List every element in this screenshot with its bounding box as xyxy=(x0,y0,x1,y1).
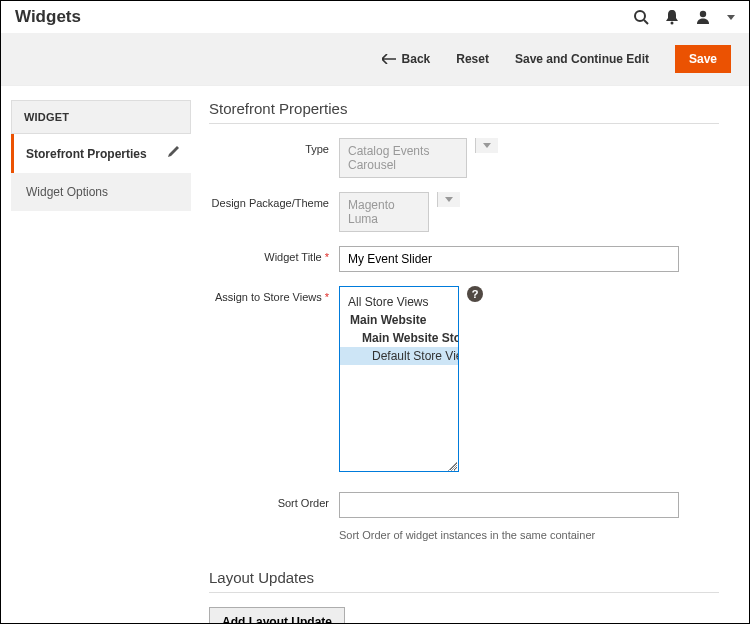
chevron-down-icon xyxy=(437,192,460,207)
pencil-icon[interactable] xyxy=(167,146,179,161)
back-button[interactable]: Back xyxy=(382,52,431,66)
section-title-storefront: Storefront Properties xyxy=(209,100,719,117)
sidebar-item-widget-options[interactable]: Widget Options xyxy=(11,173,191,211)
back-label: Back xyxy=(402,52,431,66)
sidebar: WIDGET Storefront Properties Widget Opti… xyxy=(11,100,191,624)
label-title: Widget Title* xyxy=(209,246,339,263)
label-theme: Design Package/Theme xyxy=(209,192,339,209)
action-bar: Back Reset Save and Continue Edit Save xyxy=(1,33,749,86)
sort-order-input[interactable] xyxy=(339,492,679,518)
label-type: Type xyxy=(209,138,339,155)
row-type: Type Catalog Events Carousel xyxy=(209,138,719,178)
save-continue-button[interactable]: Save and Continue Edit xyxy=(515,52,649,66)
store-views-listbox[interactable]: All Store Views Main Website Main Websit… xyxy=(339,286,459,472)
header-icons xyxy=(633,9,735,25)
save-button[interactable]: Save xyxy=(675,45,731,73)
label-assign: Assign to Store Views* xyxy=(209,286,339,303)
content: Storefront Properties Type Catalog Event… xyxy=(209,100,739,624)
divider xyxy=(209,592,719,593)
svg-point-0 xyxy=(635,11,645,21)
account-dropdown-caret[interactable] xyxy=(727,15,735,20)
notifications-icon[interactable] xyxy=(665,9,679,25)
sidebar-item-label: Storefront Properties xyxy=(26,147,147,161)
help-icon[interactable]: ? xyxy=(467,286,483,302)
search-icon[interactable] xyxy=(633,9,649,25)
svg-point-2 xyxy=(671,22,674,25)
svg-line-1 xyxy=(644,20,648,24)
account-icon[interactable] xyxy=(695,9,711,25)
svg-point-3 xyxy=(700,11,706,17)
store-option-all[interactable]: All Store Views xyxy=(340,293,458,311)
divider xyxy=(209,123,719,124)
field-sort: Sort Order of widget instances in the sa… xyxy=(339,492,719,541)
page-title: Widgets xyxy=(15,7,633,27)
field-type: Catalog Events Carousel xyxy=(339,138,498,178)
layout-updates-section: Layout Updates Add Layout Update xyxy=(209,569,719,624)
sidebar-item-label: Widget Options xyxy=(26,185,108,199)
reset-button[interactable]: Reset xyxy=(456,52,489,66)
label-sort: Sort Order xyxy=(209,492,339,509)
sidebar-item-storefront-properties[interactable]: Storefront Properties xyxy=(11,134,191,173)
store-option-default-store-view[interactable]: Default Store View xyxy=(340,347,458,365)
widget-title-input[interactable] xyxy=(339,246,679,272)
arrow-left-icon xyxy=(382,54,396,64)
type-select: Catalog Events Carousel xyxy=(339,138,467,178)
chevron-down-icon xyxy=(475,138,498,153)
field-theme: Magento Luma xyxy=(339,192,460,232)
theme-select: Magento Luma xyxy=(339,192,429,232)
sidebar-heading: WIDGET xyxy=(11,100,191,134)
row-title: Widget Title* xyxy=(209,246,719,272)
resize-handle-icon[interactable] xyxy=(448,461,458,471)
sort-order-hint: Sort Order of widget instances in the sa… xyxy=(339,529,595,541)
field-assign: All Store Views Main Website Main Websit… xyxy=(339,286,483,472)
page-header: Widgets xyxy=(1,1,749,33)
store-option-main-website-store[interactable]: Main Website Store xyxy=(340,329,458,347)
store-option-main-website[interactable]: Main Website xyxy=(340,311,458,329)
section-title-layout: Layout Updates xyxy=(209,569,719,586)
row-sort: Sort Order Sort Order of widget instance… xyxy=(209,492,719,541)
add-layout-update-button[interactable]: Add Layout Update xyxy=(209,607,345,624)
row-assign: Assign to Store Views* All Store Views M… xyxy=(209,286,719,472)
field-title xyxy=(339,246,719,272)
row-theme: Design Package/Theme Magento Luma xyxy=(209,192,719,232)
